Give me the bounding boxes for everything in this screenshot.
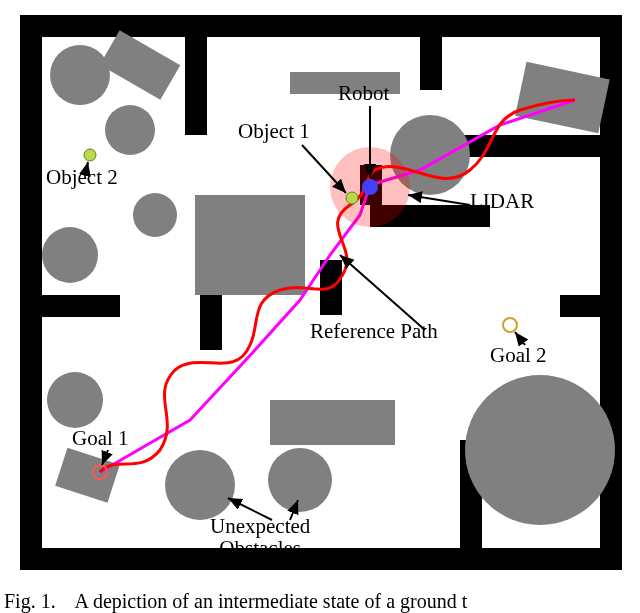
svg-point-17 xyxy=(133,193,177,237)
svg-rect-24 xyxy=(290,72,400,94)
svg-rect-3 xyxy=(20,548,622,570)
svg-point-19 xyxy=(165,450,235,520)
svg-rect-23 xyxy=(195,195,305,295)
svg-point-16 xyxy=(42,227,98,283)
svg-rect-0 xyxy=(20,15,622,37)
figure-caption: Fig. 1. A depiction of an intermediate s… xyxy=(0,590,640,613)
caption-prefix: Fig. 1. xyxy=(4,590,56,612)
svg-point-20 xyxy=(268,448,332,512)
object2-dot xyxy=(84,149,96,161)
object1-dot xyxy=(346,192,358,204)
svg-rect-4 xyxy=(185,15,207,135)
svg-rect-8 xyxy=(200,295,222,350)
map-svg xyxy=(0,0,640,580)
svg-rect-1 xyxy=(20,15,42,570)
svg-point-14 xyxy=(50,45,110,105)
svg-point-22 xyxy=(465,375,615,525)
svg-rect-10 xyxy=(560,295,620,317)
svg-point-18 xyxy=(47,372,103,428)
svg-rect-25 xyxy=(270,400,395,445)
robot-dot xyxy=(362,179,378,195)
caption-body: A depiction of an intermediate state of … xyxy=(75,590,468,612)
figure: Robot Object 1 Object 2 LIDAR Reference … xyxy=(0,0,640,613)
svg-point-15 xyxy=(105,105,155,155)
svg-rect-7 xyxy=(20,295,120,317)
svg-rect-5 xyxy=(420,15,442,90)
